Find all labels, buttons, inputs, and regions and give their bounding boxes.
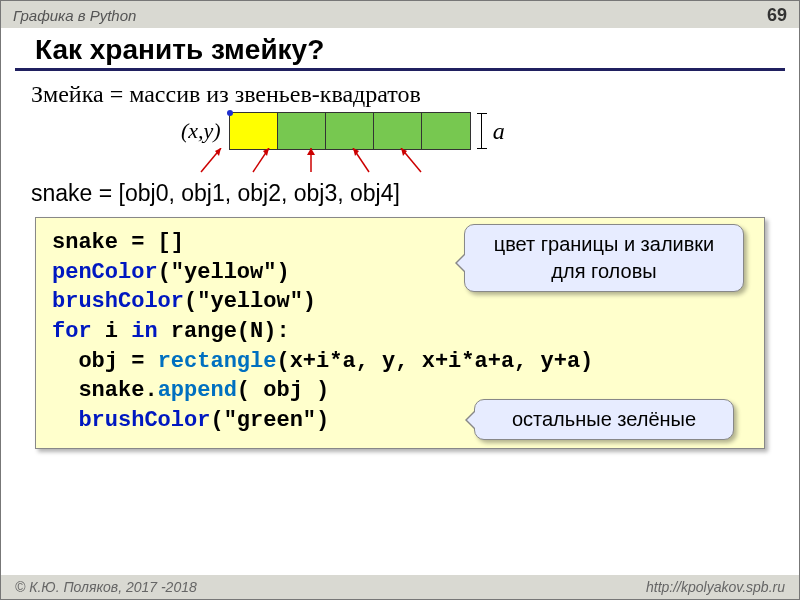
dimension-line-icon (477, 113, 487, 149)
code-line: obj = rectangle(x+i*a, y, x+i*a+a, y+a) (52, 347, 748, 377)
callout-head-color: цвет границы и заливки для головы (464, 224, 744, 292)
coord-label: (x,y) (181, 118, 221, 144)
cell-body (374, 113, 422, 149)
snake-cells (229, 112, 471, 150)
callout-body-color: остальные зелёные (474, 399, 734, 440)
svg-marker-5 (307, 148, 315, 155)
code-line: for i in range(N): (52, 317, 748, 347)
slide-header: Графика в Python 69 (1, 1, 799, 28)
page-number: 69 (767, 5, 787, 26)
code-block: snake = [] penColor("yellow") brushColor… (35, 217, 765, 449)
slide-title: Как хранить змейку? (15, 28, 785, 71)
callout-text: цвет границы и заливки (481, 231, 727, 258)
slide-footer: © К.Ю. Поляков, 2017 -2018 http://kpolya… (1, 575, 799, 599)
cell-head (230, 113, 278, 149)
size-label: a (493, 118, 505, 145)
snake-diagram: (x,y) a (31, 112, 769, 150)
arrow-icon (347, 148, 375, 174)
dimension-marker: a (477, 113, 505, 149)
origin-dot-icon (227, 110, 233, 116)
cell-body (422, 113, 470, 149)
copyright: © К.Ю. Поляков, 2017 -2018 (15, 579, 197, 595)
arrows-row (197, 148, 769, 174)
snake-list-text: snake = [obj0, obj1, obj2, obj3, obj4] (31, 180, 769, 207)
callout-text: остальные зелёные (512, 408, 696, 430)
subject-label: Графика в Python (13, 7, 136, 24)
cell-body (278, 113, 326, 149)
cell-body (326, 113, 374, 149)
arrow-icon (297, 148, 325, 174)
intro-text: Змейка = массив из звеньев-квадратов (31, 81, 769, 108)
arrow-icon (247, 148, 275, 174)
callout-text: для головы (481, 258, 727, 285)
arrow-icon (397, 148, 425, 174)
arrow-icon (197, 148, 225, 174)
slide-body: Змейка = массив из звеньев-квадратов (x,… (1, 81, 799, 449)
footer-url: http://kpolyakov.spb.ru (646, 579, 785, 595)
